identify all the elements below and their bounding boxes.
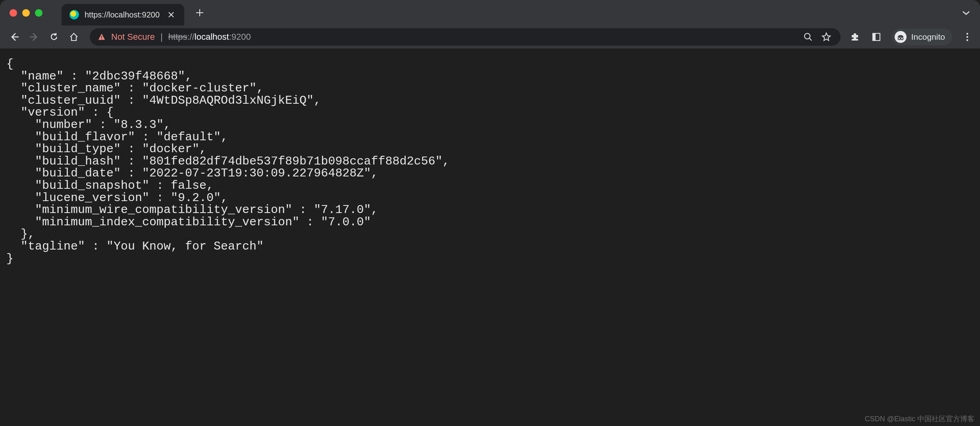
window-maximize-button[interactable] xyxy=(35,9,42,17)
svg-point-2 xyxy=(804,33,810,39)
zoom-icon[interactable] xyxy=(802,31,814,43)
forward-button[interactable] xyxy=(26,29,42,45)
menu-icon[interactable] xyxy=(961,31,974,43)
security-status-label: Not Secure xyxy=(111,32,155,42)
page-content: { "name" : "2dbc39f48668", "cluster_name… xyxy=(0,48,980,426)
tab-favicon-icon xyxy=(69,10,79,19)
tab-overflow-button[interactable] xyxy=(962,10,970,15)
toolbar-right-actions: Incognito xyxy=(849,29,974,45)
url-scheme: https xyxy=(168,32,187,42)
svg-point-5 xyxy=(898,37,900,40)
security-warning-icon xyxy=(98,33,106,41)
svg-rect-1 xyxy=(101,39,102,39)
url-host: localhost xyxy=(195,32,229,42)
watermark: CSDN @Elastic 中国社区官方博客 xyxy=(865,414,974,424)
url-text: https://localhost:9200 xyxy=(168,32,251,42)
svg-rect-4 xyxy=(873,33,876,41)
toolbar: Not Secure | https://localhost:9200 Inco… xyxy=(0,25,980,48)
url-port: :9200 xyxy=(229,32,251,42)
back-button[interactable] xyxy=(6,29,22,45)
tab-close-button[interactable] xyxy=(165,11,177,18)
browser-tab[interactable]: https://localhost:9200 xyxy=(62,4,184,25)
home-button[interactable] xyxy=(66,29,82,45)
svg-point-8 xyxy=(966,36,968,38)
incognito-badge[interactable]: Incognito xyxy=(891,29,952,45)
svg-point-6 xyxy=(901,37,903,40)
titlebar: https://localhost:9200 xyxy=(0,0,980,25)
url-scheme-sep: :// xyxy=(187,32,194,42)
window-controls xyxy=(10,9,42,17)
new-tab-button[interactable] xyxy=(195,8,204,17)
extensions-icon[interactable] xyxy=(849,31,861,43)
reading-list-icon[interactable] xyxy=(870,31,883,43)
window-close-button[interactable] xyxy=(10,9,17,17)
url-separator: | xyxy=(160,32,163,42)
bookmark-star-icon[interactable] xyxy=(820,31,833,43)
json-response-text: { "name" : "2dbc39f48668", "cluster_name… xyxy=(6,58,974,265)
address-bar[interactable]: Not Secure | https://localhost:9200 xyxy=(90,28,841,46)
incognito-label: Incognito xyxy=(911,32,945,42)
tab-title: https://localhost:9200 xyxy=(85,10,160,19)
svg-point-9 xyxy=(966,39,968,41)
reload-button[interactable] xyxy=(46,29,62,45)
svg-rect-0 xyxy=(101,36,102,38)
window-minimize-button[interactable] xyxy=(22,9,30,17)
svg-point-7 xyxy=(966,33,968,35)
incognito-icon xyxy=(895,31,907,43)
